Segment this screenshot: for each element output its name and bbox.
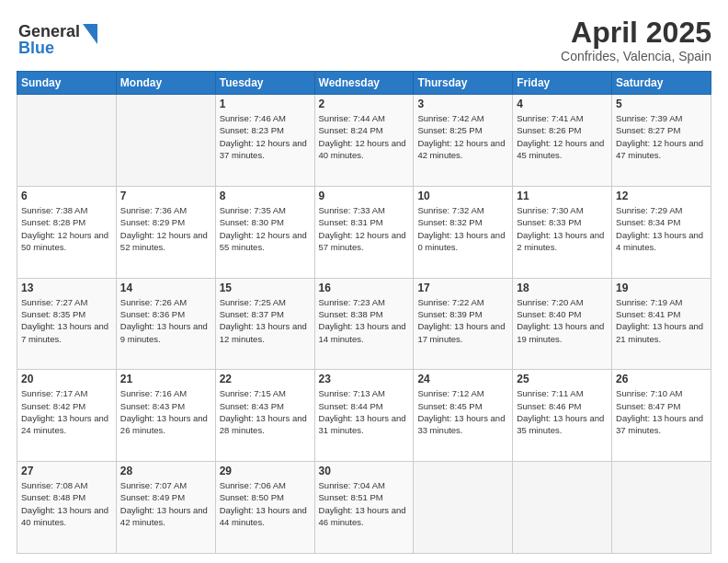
svg-text:Blue: Blue [18, 39, 54, 57]
calendar-cell: 16Sunrise: 7:23 AM Sunset: 8:38 PM Dayli… [314, 278, 414, 370]
cell-info: Sunrise: 7:42 AM Sunset: 8:25 PM Dayligh… [417, 112, 508, 161]
cell-info: Sunrise: 7:19 AM Sunset: 8:41 PM Dayligh… [616, 296, 707, 345]
cell-info: Sunrise: 7:15 AM Sunset: 8:43 PM Dayligh… [220, 387, 311, 436]
calendar-cell: 2Sunrise: 7:44 AM Sunset: 8:24 PM Daylig… [314, 95, 414, 187]
calendar-cell [513, 462, 612, 554]
calendar-cell: 19Sunrise: 7:19 AM Sunset: 8:41 PM Dayli… [612, 278, 711, 370]
col-friday: Friday [513, 72, 612, 95]
cell-info: Sunrise: 7:25 AM Sunset: 8:37 PM Dayligh… [220, 296, 311, 345]
calendar-cell: 10Sunrise: 7:32 AM Sunset: 8:32 PM Dayli… [414, 186, 513, 278]
cell-day-number: 22 [220, 373, 311, 385]
cell-info: Sunrise: 7:06 AM Sunset: 8:50 PM Dayligh… [220, 479, 311, 528]
cell-day-number: 11 [517, 190, 608, 202]
calendar-cell: 26Sunrise: 7:10 AM Sunset: 8:47 PM Dayli… [612, 370, 711, 462]
cell-info: Sunrise: 7:36 AM Sunset: 8:29 PM Dayligh… [120, 204, 211, 253]
calendar-table: Sunday Monday Tuesday Wednesday Thursday… [17, 71, 711, 554]
calendar-subtitle: Confrides, Valencia, Spain [561, 49, 711, 63]
cell-info: Sunrise: 7:33 AM Sunset: 8:31 PM Dayligh… [319, 204, 410, 253]
calendar-cell: 20Sunrise: 7:17 AM Sunset: 8:42 PM Dayli… [17, 370, 117, 462]
header-row: Sunday Monday Tuesday Wednesday Thursday… [17, 72, 711, 95]
cell-day-number: 2 [319, 98, 410, 110]
col-thursday: Thursday [414, 72, 513, 95]
calendar-cell: 12Sunrise: 7:29 AM Sunset: 8:34 PM Dayli… [612, 186, 711, 278]
col-monday: Monday [116, 72, 215, 95]
calendar-cell: 27Sunrise: 7:08 AM Sunset: 8:48 PM Dayli… [17, 462, 117, 554]
cell-day-number: 26 [616, 373, 707, 385]
week-row-2: 6Sunrise: 7:38 AM Sunset: 8:28 PM Daylig… [17, 186, 711, 278]
cell-info: Sunrise: 7:35 AM Sunset: 8:30 PM Dayligh… [220, 204, 311, 253]
calendar-cell: 25Sunrise: 7:11 AM Sunset: 8:46 PM Dayli… [513, 370, 612, 462]
header: General Blue April 2025 Confrides, Valen… [17, 17, 711, 63]
cell-day-number: 13 [21, 282, 112, 294]
cell-day-number: 9 [319, 190, 410, 202]
calendar-title: April 2025 [561, 17, 711, 49]
cell-day-number: 28 [120, 465, 211, 477]
calendar-cell: 1Sunrise: 7:46 AM Sunset: 8:23 PM Daylig… [215, 95, 314, 187]
week-row-5: 27Sunrise: 7:08 AM Sunset: 8:48 PM Dayli… [17, 462, 711, 554]
calendar-cell: 13Sunrise: 7:27 AM Sunset: 8:35 PM Dayli… [17, 278, 117, 370]
cell-day-number: 7 [120, 190, 211, 202]
cell-info: Sunrise: 7:08 AM Sunset: 8:48 PM Dayligh… [21, 479, 112, 528]
cell-info: Sunrise: 7:29 AM Sunset: 8:34 PM Dayligh… [616, 204, 707, 253]
calendar-cell: 3Sunrise: 7:42 AM Sunset: 8:25 PM Daylig… [414, 95, 513, 187]
calendar-cell: 24Sunrise: 7:12 AM Sunset: 8:45 PM Dayli… [414, 370, 513, 462]
cell-info: Sunrise: 7:22 AM Sunset: 8:39 PM Dayligh… [417, 296, 508, 345]
cell-info: Sunrise: 7:10 AM Sunset: 8:47 PM Dayligh… [616, 387, 707, 436]
cell-day-number: 24 [417, 373, 508, 385]
logo: General Blue [17, 17, 99, 61]
calendar-cell [17, 95, 117, 187]
cell-info: Sunrise: 7:38 AM Sunset: 8:28 PM Dayligh… [21, 204, 112, 253]
cell-info: Sunrise: 7:30 AM Sunset: 8:33 PM Dayligh… [517, 204, 608, 253]
cell-day-number: 30 [319, 465, 410, 477]
cell-info: Sunrise: 7:13 AM Sunset: 8:44 PM Dayligh… [319, 387, 410, 436]
calendar-cell: 17Sunrise: 7:22 AM Sunset: 8:39 PM Dayli… [414, 278, 513, 370]
cell-day-number: 21 [120, 373, 211, 385]
week-row-1: 1Sunrise: 7:46 AM Sunset: 8:23 PM Daylig… [17, 95, 711, 187]
page: General Blue April 2025 Confrides, Valen… [0, 0, 728, 563]
cell-info: Sunrise: 7:20 AM Sunset: 8:40 PM Dayligh… [517, 296, 608, 345]
cell-info: Sunrise: 7:17 AM Sunset: 8:42 PM Dayligh… [21, 387, 112, 436]
cell-info: Sunrise: 7:39 AM Sunset: 8:27 PM Dayligh… [616, 112, 707, 161]
cell-info: Sunrise: 7:07 AM Sunset: 8:49 PM Dayligh… [120, 479, 211, 528]
cell-info: Sunrise: 7:16 AM Sunset: 8:43 PM Dayligh… [120, 387, 211, 436]
cell-info: Sunrise: 7:23 AM Sunset: 8:38 PM Dayligh… [319, 296, 410, 345]
calendar-cell: 15Sunrise: 7:25 AM Sunset: 8:37 PM Dayli… [215, 278, 314, 370]
calendar-cell: 30Sunrise: 7:04 AM Sunset: 8:51 PM Dayli… [314, 462, 414, 554]
cell-day-number: 23 [319, 373, 410, 385]
cell-day-number: 17 [417, 282, 508, 294]
cell-day-number: 4 [517, 98, 608, 110]
cell-info: Sunrise: 7:26 AM Sunset: 8:36 PM Dayligh… [120, 296, 211, 345]
cell-day-number: 3 [417, 98, 508, 110]
cell-day-number: 20 [21, 373, 112, 385]
calendar-cell: 21Sunrise: 7:16 AM Sunset: 8:43 PM Dayli… [116, 370, 215, 462]
calendar-cell [612, 462, 711, 554]
cell-day-number: 29 [220, 465, 311, 477]
cell-day-number: 18 [517, 282, 608, 294]
calendar-cell: 4Sunrise: 7:41 AM Sunset: 8:26 PM Daylig… [513, 95, 612, 187]
cell-day-number: 25 [517, 373, 608, 385]
calendar-cell [116, 95, 215, 187]
col-wednesday: Wednesday [314, 72, 414, 95]
svg-marker-2 [83, 24, 97, 44]
logo-text: General Blue [17, 17, 99, 61]
svg-text:General: General [18, 22, 80, 40]
calendar-cell: 14Sunrise: 7:26 AM Sunset: 8:36 PM Dayli… [116, 278, 215, 370]
col-tuesday: Tuesday [215, 72, 314, 95]
col-sunday: Sunday [17, 72, 117, 95]
calendar-cell: 8Sunrise: 7:35 AM Sunset: 8:30 PM Daylig… [215, 186, 314, 278]
cell-day-number: 1 [220, 98, 311, 110]
cell-info: Sunrise: 7:11 AM Sunset: 8:46 PM Dayligh… [517, 387, 608, 436]
calendar-cell [414, 462, 513, 554]
calendar-cell: 23Sunrise: 7:13 AM Sunset: 8:44 PM Dayli… [314, 370, 414, 462]
cell-day-number: 8 [220, 190, 311, 202]
cell-info: Sunrise: 7:46 AM Sunset: 8:23 PM Dayligh… [220, 112, 311, 161]
cell-day-number: 12 [616, 190, 707, 202]
cell-day-number: 5 [616, 98, 707, 110]
cell-info: Sunrise: 7:12 AM Sunset: 8:45 PM Dayligh… [417, 387, 508, 436]
cell-info: Sunrise: 7:04 AM Sunset: 8:51 PM Dayligh… [319, 479, 410, 528]
cell-day-number: 10 [417, 190, 508, 202]
calendar-cell: 18Sunrise: 7:20 AM Sunset: 8:40 PM Dayli… [513, 278, 612, 370]
cell-info: Sunrise: 7:32 AM Sunset: 8:32 PM Dayligh… [417, 204, 508, 253]
week-row-4: 20Sunrise: 7:17 AM Sunset: 8:42 PM Dayli… [17, 370, 711, 462]
col-saturday: Saturday [612, 72, 711, 95]
